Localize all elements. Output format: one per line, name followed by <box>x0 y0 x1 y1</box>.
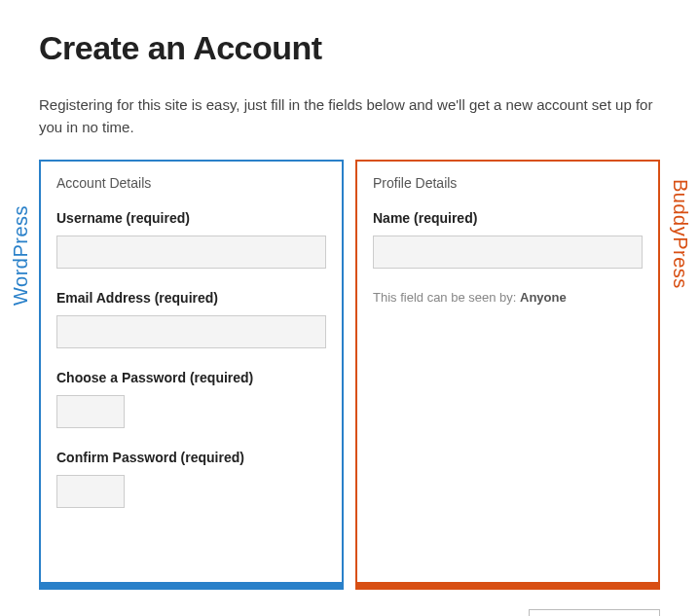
password-input[interactable] <box>56 395 125 428</box>
profile-details-panel: Profile Details Name (required) This fie… <box>355 160 660 590</box>
buddypress-side-label: BuddyPress <box>669 179 691 289</box>
password-field-block: Choose a Password (required) <box>56 370 326 428</box>
username-input[interactable] <box>56 236 326 269</box>
confirm-password-input[interactable] <box>56 475 125 508</box>
page-title: Create an Account <box>39 29 660 67</box>
username-field-block: Username (required) <box>56 210 326 269</box>
account-details-panel: Account Details Username (required) Emai… <box>39 160 344 590</box>
confirm-password-label: Confirm Password (required) <box>56 450 326 465</box>
visibility-value: Anyone <box>520 290 567 305</box>
name-label: Name (required) <box>373 210 643 226</box>
actions-bar: Complete Sign Up <box>39 609 660 616</box>
email-input[interactable] <box>56 315 326 348</box>
visibility-note: This field can be seen by: Anyone <box>373 290 643 305</box>
email-label: Email Address (required) <box>56 290 326 306</box>
account-details-title: Account Details <box>56 175 326 191</box>
email-field-block: Email Address (required) <box>56 290 326 348</box>
name-field-block: Name (required) <box>373 210 643 269</box>
visibility-prefix: This field can be seen by: <box>373 290 520 305</box>
name-input[interactable] <box>373 236 643 269</box>
confirm-password-field-block: Confirm Password (required) <box>56 450 326 508</box>
form-panels: WordPress Account Details Username (requ… <box>39 160 660 590</box>
username-label: Username (required) <box>56 210 326 226</box>
intro-text: Registering for this site is easy, just … <box>39 94 660 138</box>
profile-details-title: Profile Details <box>373 175 643 191</box>
complete-signup-button[interactable]: Complete Sign Up <box>529 609 661 616</box>
wordpress-side-label: WordPress <box>10 205 32 306</box>
password-label: Choose a Password (required) <box>56 370 326 385</box>
